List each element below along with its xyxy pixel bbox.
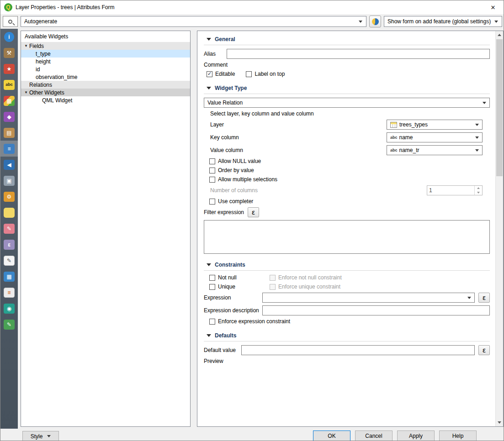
checkbox-icon	[209, 199, 215, 205]
sidebar-tab-joins[interactable]: ◀	[0, 157, 18, 173]
default-value-input[interactable]	[241, 345, 475, 355]
tree-item-height[interactable]: height	[21, 58, 190, 65]
sidebar-tab-diagrams[interactable]: ▦	[0, 93, 18, 109]
section-general-header[interactable]: General	[204, 34, 490, 45]
help-button[interactable]: Help	[439, 430, 477, 441]
scroll-down-icon[interactable]	[496, 419, 503, 426]
order-by-value-checkbox[interactable]: Order by value	[209, 167, 254, 173]
form-layout-select[interactable]: Autogenerate	[21, 16, 366, 27]
section-defaults-header[interactable]: Defaults	[204, 330, 490, 341]
tree-item-t-type[interactable]: t_type	[21, 50, 190, 58]
apply-button[interactable]: Apply	[397, 430, 435, 441]
key-column-select[interactable]: abc name	[387, 132, 483, 142]
epsilon-icon: ε	[252, 209, 255, 216]
sidebar-tab-3d-view[interactable]: ◆	[0, 109, 18, 125]
allow-null-checkbox[interactable]: Allow NULL value	[209, 158, 261, 164]
style-menu-button[interactable]: Style	[22, 431, 59, 441]
constraint-expression-builder-button[interactable]: ε	[478, 293, 490, 303]
diagrams-icon: ▦	[4, 96, 15, 106]
default-value-expression-builder-button[interactable]: ε	[478, 345, 490, 355]
checkbox-icon	[270, 284, 276, 290]
source-icon: ⚒	[4, 48, 15, 58]
checkbox-icon	[270, 275, 276, 281]
sidebar-tab-dependencies[interactable]: ▦	[0, 268, 18, 284]
sidebar-tab-legend[interactable]: ≡	[0, 284, 18, 300]
tree-item-qml-widget[interactable]: QML Widget	[21, 96, 190, 104]
sidebar-tab-digitizing[interactable]: ✎	[0, 316, 18, 332]
use-completer-checkbox[interactable]: Use completer	[209, 198, 253, 205]
scroll-up-icon[interactable]	[496, 31, 503, 39]
constraint-expression-input[interactable]	[262, 293, 475, 303]
section-general: General Alias Comment Editable Label on …	[204, 34, 490, 77]
sidebar-tab-display[interactable]	[0, 205, 18, 220]
label-on-top-label: Label on top	[255, 71, 285, 77]
display-icon	[4, 208, 15, 218]
close-icon[interactable]: ✕	[483, 0, 504, 14]
allow-multiple-selections-checkbox[interactable]: Allow multiple selections	[209, 176, 277, 183]
not-null-checkbox[interactable]: Not null	[209, 274, 270, 281]
tree-item-id[interactable]: id	[21, 65, 190, 73]
widget-type-hint: Select layer, key column and value colum…	[210, 110, 314, 117]
filter-expression-label: Filter expression	[204, 209, 244, 215]
layer-value: trees_types	[399, 121, 428, 128]
filter-expression-textarea[interactable]	[204, 220, 490, 254]
cancel-button[interactable]: Cancel	[355, 430, 393, 441]
tree-item-other-widgets[interactable]: Other Widgets	[21, 89, 190, 96]
sidebar-tab-symbology[interactable]: ★	[0, 61, 18, 77]
python-button[interactable]	[369, 16, 381, 27]
comment-label: Comment	[204, 62, 228, 68]
alias-input[interactable]	[227, 49, 490, 59]
sidebar-tab-variables[interactable]: ε	[0, 236, 18, 252]
chevron-down-icon	[475, 124, 479, 126]
section-defaults: Defaults Default value ε Preview	[204, 330, 490, 364]
section-constraints-header[interactable]: Constraints	[204, 259, 490, 271]
form-scrollbar[interactable]	[495, 31, 503, 426]
information-icon: i	[4, 32, 14, 42]
section-widget-type-header[interactable]: Widget Type	[204, 83, 490, 94]
collapse-arrow-icon	[207, 87, 211, 89]
sidebar-tab-actions[interactable]: ⚙	[0, 189, 18, 205]
joins-icon: ◀	[4, 160, 15, 170]
tree-item-fields[interactable]: Fields	[21, 42, 190, 50]
sidebar-tab-labels[interactable]: abc	[0, 77, 18, 93]
sidebar-tab-auxiliary-storage[interactable]: ▣	[0, 173, 18, 189]
sidebar-tab-fields[interactable]: ▤	[0, 125, 18, 141]
python-icon	[372, 18, 379, 25]
spinner-arrows-icon[interactable]	[474, 186, 482, 195]
expand-arrow-icon[interactable]	[23, 44, 29, 48]
actions-icon: ⚙	[4, 192, 15, 202]
tree-item-observation-time[interactable]: observation_time	[21, 73, 190, 81]
enforce-unique-checkbox[interactable]: Enforce unique constraint	[270, 284, 340, 290]
sidebar-tab-source[interactable]: ⚒	[0, 45, 18, 61]
show-form-select[interactable]: Show form on add feature (global setting…	[384, 16, 502, 27]
enforce-not-null-checkbox[interactable]: Enforce not null constraint	[270, 274, 342, 281]
checkbox-icon	[246, 71, 252, 77]
sidebar-tab-information[interactable]: i	[0, 29, 18, 45]
available-widgets-title: Available Widgets	[21, 31, 190, 42]
unique-checkbox[interactable]: Unique	[209, 284, 270, 290]
number-of-columns-input[interactable]	[427, 186, 474, 195]
widget-type-select[interactable]: Value Relation	[204, 98, 490, 108]
layer-select[interactable]: trees_types	[387, 120, 483, 130]
sidebar-tab-qgis-server[interactable]: ◉	[0, 300, 18, 316]
expand-arrow-icon[interactable]	[23, 90, 29, 94]
tree-item-relations[interactable]: Relations	[21, 81, 190, 89]
editable-checkbox[interactable]: Editable	[207, 71, 235, 77]
value-column-select[interactable]: abc name_tr	[387, 145, 483, 155]
expression-description-input[interactable]	[262, 305, 490, 315]
tree-item-label: Fields	[29, 43, 44, 49]
sidebar-tab-rendering[interactable]: ✎	[0, 220, 18, 236]
number-of-columns-spinner[interactable]	[427, 185, 483, 195]
sidebar-tab-attributes-form[interactable]: ≡	[0, 141, 18, 157]
filter-expression-builder-button[interactable]: ε	[248, 207, 259, 217]
search-input[interactable]	[3, 16, 18, 27]
label-on-top-checkbox[interactable]: Label on top	[246, 71, 285, 77]
scrollbar-thumb[interactable]	[496, 39, 503, 176]
chevron-down-icon	[467, 297, 471, 299]
checkbox-icon	[209, 158, 215, 164]
sidebar-tab-metadata[interactable]: ✎	[0, 252, 18, 268]
enforce-expression-checkbox[interactable]: Enforce expression constraint	[209, 318, 290, 325]
tree-item-label: observation_time	[36, 74, 77, 80]
attributes-form-icon: ≡	[4, 144, 15, 154]
ok-button[interactable]: OK	[313, 430, 350, 441]
